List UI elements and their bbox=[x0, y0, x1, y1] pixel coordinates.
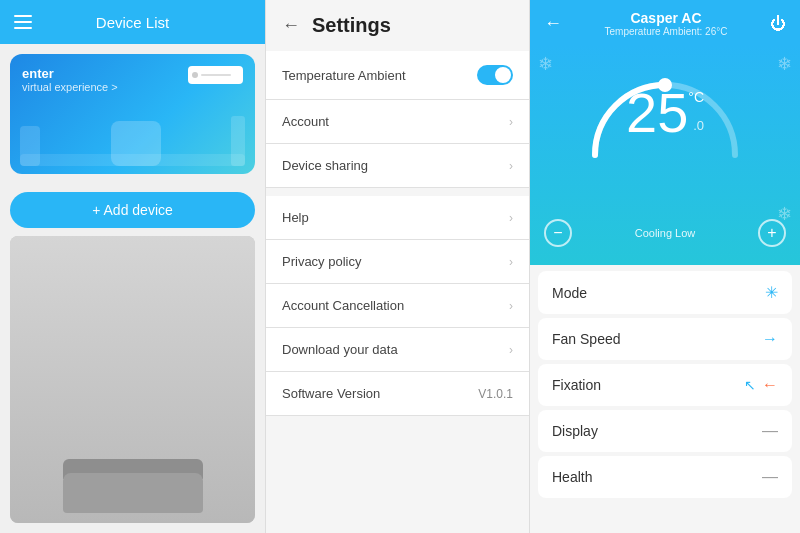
ac-title: Casper AC bbox=[562, 10, 770, 26]
settings-label-account-cancellation: Account Cancellation bbox=[282, 298, 404, 313]
ac-control-buttons: − Cooling Low + bbox=[544, 219, 786, 247]
settings-item-help[interactable]: Help › bbox=[266, 196, 529, 240]
health-icon: — bbox=[762, 468, 778, 486]
mode-label: Mode bbox=[552, 285, 587, 301]
fixation-arrow-up-icon: ↖ bbox=[744, 377, 756, 393]
virtual-experience-banner[interactable]: enter virtual experience > bbox=[10, 54, 255, 174]
fixation-icons: ↖ ← bbox=[744, 376, 778, 394]
ac-header-center: Casper AC Temperature Ambient: 26°C bbox=[562, 10, 770, 37]
power-icon[interactable]: ⏻ bbox=[770, 15, 786, 33]
settings-item-temperature[interactable]: Temperature Ambient bbox=[266, 51, 529, 100]
chevron-icon: › bbox=[509, 299, 513, 313]
room-scene bbox=[10, 236, 255, 523]
settings-label-software-version: Software Version bbox=[282, 386, 380, 401]
settings-label-download: Download your data bbox=[282, 342, 398, 357]
settings-item-account[interactable]: Account › bbox=[266, 100, 529, 144]
settings-header: ← Settings bbox=[266, 0, 529, 43]
device-list-panel: Device List enter virtual experience > +… bbox=[0, 0, 265, 533]
temp-decrease-button[interactable]: − bbox=[544, 219, 572, 247]
settings-label-temperature: Temperature Ambient bbox=[282, 68, 406, 83]
display-item[interactable]: Display — bbox=[538, 410, 792, 452]
temp-increase-button[interactable]: + bbox=[758, 219, 786, 247]
display-label: Display bbox=[552, 423, 598, 439]
settings-title: Settings bbox=[312, 14, 391, 37]
chevron-icon: › bbox=[509, 115, 513, 129]
cooling-label: Cooling Low bbox=[635, 227, 696, 239]
temperature-display: 25 °C .0 bbox=[626, 85, 704, 145]
temperature-unit: °C bbox=[688, 89, 704, 105]
banner-search-box bbox=[188, 66, 243, 84]
chevron-icon: › bbox=[509, 211, 513, 225]
ac-control-panel: ← Casper AC Temperature Ambient: 26°C ⏻ … bbox=[530, 0, 800, 533]
settings-item-software-version: Software Version V1.0.1 bbox=[266, 372, 529, 416]
settings-label-help: Help bbox=[282, 210, 309, 225]
add-device-button[interactable]: + Add device bbox=[10, 192, 255, 228]
fixation-item[interactable]: Fixation ↖ ← bbox=[538, 364, 792, 406]
settings-item-account-cancellation[interactable]: Account Cancellation › bbox=[266, 284, 529, 328]
device-list-title: Device List bbox=[96, 14, 169, 31]
mode-icon: ✳ bbox=[765, 283, 778, 302]
chevron-icon: › bbox=[509, 159, 513, 173]
fan-speed-icon: → bbox=[762, 330, 778, 348]
settings-item-privacy[interactable]: Privacy policy › bbox=[266, 240, 529, 284]
chevron-icon: › bbox=[509, 343, 513, 357]
settings-item-download[interactable]: Download your data › bbox=[266, 328, 529, 372]
ac-mode-list: Mode ✳ Fan Speed → Fixation ↖ ← Display … bbox=[530, 265, 800, 533]
ac-gauge-area: 25 °C .0 bbox=[544, 55, 786, 210]
settings-back-button[interactable]: ← bbox=[282, 15, 300, 36]
settings-label-device-sharing: Device sharing bbox=[282, 158, 368, 173]
display-icon: — bbox=[762, 422, 778, 440]
fan-speed-item[interactable]: Fan Speed → bbox=[538, 318, 792, 360]
temperature-decimal: .0 bbox=[693, 118, 704, 133]
mode-item[interactable]: Mode ✳ bbox=[538, 271, 792, 314]
menu-icon[interactable] bbox=[14, 15, 32, 29]
banner-illustration bbox=[20, 96, 245, 166]
fan-speed-label: Fan Speed bbox=[552, 331, 621, 347]
settings-list: Temperature Ambient Account › Device sha… bbox=[266, 43, 529, 533]
ac-back-button[interactable]: ← bbox=[544, 13, 562, 34]
health-item[interactable]: Health — bbox=[538, 456, 792, 498]
device-list-header: Device List bbox=[0, 0, 265, 44]
temperature-toggle[interactable] bbox=[477, 65, 513, 85]
settings-item-device-sharing[interactable]: Device sharing › bbox=[266, 144, 529, 188]
ac-temperature-section: ❄ ❄ ❄ 25 °C .0 bbox=[530, 45, 800, 265]
settings-label-account: Account bbox=[282, 114, 329, 129]
temperature-value: 25 bbox=[626, 85, 688, 141]
ac-subtitle: Temperature Ambient: 26°C bbox=[562, 26, 770, 37]
settings-value-software-version: V1.0.1 bbox=[478, 387, 513, 401]
chevron-icon: › bbox=[509, 255, 513, 269]
ac-header: ← Casper AC Temperature Ambient: 26°C ⏻ bbox=[530, 0, 800, 45]
settings-panel: ← Settings Temperature Ambient Account ›… bbox=[265, 0, 530, 533]
health-label: Health bbox=[552, 469, 592, 485]
settings-label-privacy: Privacy policy bbox=[282, 254, 361, 269]
fixation-arrow-left-icon: ← bbox=[762, 376, 778, 394]
fixation-label: Fixation bbox=[552, 377, 601, 393]
